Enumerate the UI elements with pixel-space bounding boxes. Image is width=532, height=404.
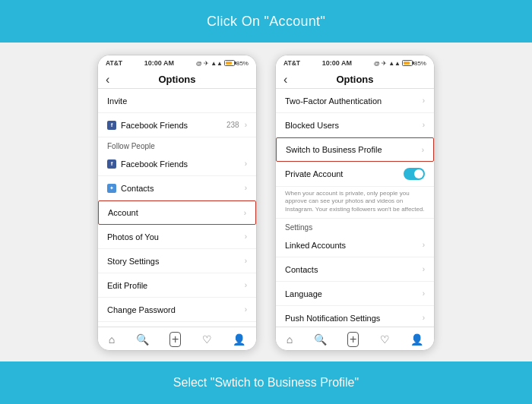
top-banner-text: Click On "Account"	[207, 14, 325, 30]
list-item[interactable]: Story Settings ›	[98, 249, 256, 273]
item-label: Linked Accounts	[285, 241, 346, 250]
item-left: ✦ Contacts	[107, 184, 154, 193]
item-label: Switch to Business Profile	[286, 145, 382, 154]
list-item[interactable]: Photos of You ›	[98, 225, 256, 249]
account-list-item[interactable]: Account ›	[98, 200, 256, 225]
private-account-toggle[interactable]	[404, 168, 425, 180]
top-banner: Click On "Account"	[0, 0, 532, 43]
item-label: Private Account	[285, 169, 343, 178]
list-item[interactable]: Push Notification Settings ›	[276, 306, 434, 327]
bottom-banner: Select "Swtich to Business Profile"	[0, 361, 532, 404]
phones-container: AT&T 10:00 AM @ ✈ ▲▲ 85% ‹ Options Invit…	[0, 43, 532, 361]
signal-icon: ▲▲	[388, 60, 401, 67]
left-phone: AT&T 10:00 AM @ ✈ ▲▲ 85% ‹ Options Invit…	[97, 55, 257, 351]
item-label: Account	[108, 208, 138, 217]
chevron-icon: ›	[245, 121, 247, 129]
right-back-button[interactable]: ‹	[283, 73, 287, 87]
chevron-icon: ›	[423, 121, 425, 129]
chevron-icon: ›	[423, 289, 425, 298]
list-item[interactable]: Invite	[98, 89, 256, 113]
chevron-icon: ›	[245, 281, 247, 289]
search-icon[interactable]: 🔍	[136, 333, 149, 346]
right-status-bar: AT&T 10:00 AM @ ✈ ▲▲ 85%	[276, 55, 434, 69]
facebook-icon: f	[107, 159, 116, 169]
item-label: Invite	[107, 96, 127, 106]
left-carrier: AT&T	[106, 59, 122, 67]
right-list: Two-Factor Authentication › Blocked User…	[276, 89, 434, 327]
chevron-icon: ›	[423, 314, 425, 322]
right-status-icons: @ ✈ ▲▲ 85%	[374, 60, 426, 67]
battery-pct: 85%	[236, 60, 249, 67]
chevron-icon: ›	[244, 209, 246, 217]
left-nav-bar: ‹ Options	[98, 69, 256, 89]
profile-icon[interactable]: 👤	[233, 333, 245, 346]
battery-icon	[224, 60, 235, 66]
right-time: 10:00 AM	[322, 59, 352, 67]
item-label: Blocked Users	[285, 121, 339, 130]
heart-icon[interactable]: ♡	[380, 333, 390, 346]
right-bottom-nav: ⌂ 🔍 + ♡ 👤	[276, 327, 434, 350]
chevron-icon: ›	[245, 305, 247, 314]
item-left: f Facebook Friends	[107, 121, 188, 130]
home-icon[interactable]: ⌂	[109, 333, 115, 346]
left-back-button[interactable]: ‹	[106, 73, 109, 87]
item-label: Language	[285, 289, 322, 298]
left-status-bar: AT&T 10:00 AM @ ✈ ▲▲ 85%	[98, 55, 256, 69]
heart-icon[interactable]: ♡	[202, 333, 212, 346]
contacts-icon: ✦	[107, 184, 116, 193]
signal-icon: ▲▲	[211, 60, 223, 67]
at-icon: @ ✈	[196, 60, 209, 67]
search-icon[interactable]: 🔍	[314, 333, 327, 346]
chevron-icon: ›	[423, 241, 425, 249]
section-header: Follow People	[98, 137, 256, 152]
chevron-icon: ›	[423, 265, 425, 273]
list-item[interactable]: f Facebook Friends 238 ›	[98, 113, 256, 137]
chevron-icon: ›	[245, 159, 247, 168]
item-left: f Facebook Friends	[107, 159, 188, 169]
item-label: Two-Factor Authentication	[285, 96, 382, 106]
facebook-icon: f	[107, 121, 116, 130]
item-label: Edit Profile	[107, 281, 147, 290]
list-item[interactable]: Blocked Users ›	[276, 113, 434, 137]
item-badge: 238	[226, 121, 239, 129]
list-item[interactable]: ✦ Contacts ›	[98, 176, 256, 200]
item-label: Photos of You	[107, 232, 159, 241]
chevron-icon: ›	[423, 96, 425, 105]
item-label: Push Notification Settings	[285, 314, 380, 323]
item-label: Facebook Friends	[121, 159, 188, 169]
list-item[interactable]: Change Password ›	[98, 298, 256, 322]
item-label: Facebook Friends	[121, 121, 188, 130]
chevron-icon: ›	[245, 232, 247, 241]
bottom-banner-text: Select "Swtich to Business Profile"	[173, 376, 359, 390]
right-carrier: AT&T	[283, 59, 300, 67]
left-nav-title: Options	[158, 74, 195, 85]
list-item[interactable]: f Facebook Friends ›	[98, 152, 256, 176]
chevron-icon: ›	[245, 184, 247, 192]
item-label: Story Settings	[107, 257, 159, 266]
chevron-icon: ›	[422, 146, 424, 154]
switch-business-profile-item[interactable]: Switch to Business Profile ›	[276, 137, 434, 162]
private-account-note: When your account is private, only peopl…	[276, 187, 434, 219]
item-label: Contacts	[121, 184, 154, 193]
right-nav-bar: ‹ Options	[276, 69, 434, 89]
profile-icon[interactable]: 👤	[410, 333, 423, 346]
chevron-icon: ›	[245, 257, 247, 265]
left-bottom-nav: ⌂ 🔍 + ♡ 👤	[98, 327, 256, 350]
list-item[interactable]: Two-Factor Authentication ›	[276, 89, 434, 113]
list-item[interactable]: Edit Profile ›	[98, 273, 256, 298]
private-account-item[interactable]: Private Account	[276, 162, 434, 187]
battery-pct: 85%	[414, 60, 426, 67]
list-item[interactable]: Contacts ›	[276, 257, 434, 282]
list-item[interactable]: Linked Accounts ›	[276, 233, 434, 257]
item-label: Change Password	[107, 305, 176, 314]
right-nav-title: Options	[336, 74, 373, 85]
left-status-icons: @ ✈ ▲▲ 85%	[196, 60, 249, 67]
list-item[interactable]: Language ›	[276, 282, 434, 306]
right-phone: AT&T 10:00 AM @ ✈ ▲▲ 85% ‹ Options Two-F…	[275, 55, 435, 351]
add-icon[interactable]: +	[169, 332, 181, 347]
add-icon[interactable]: +	[347, 332, 359, 347]
home-icon[interactable]: ⌂	[287, 333, 293, 346]
item-label: Contacts	[285, 265, 318, 274]
at-icon: @ ✈	[374, 60, 387, 67]
left-time: 10:00 AM	[144, 59, 174, 67]
